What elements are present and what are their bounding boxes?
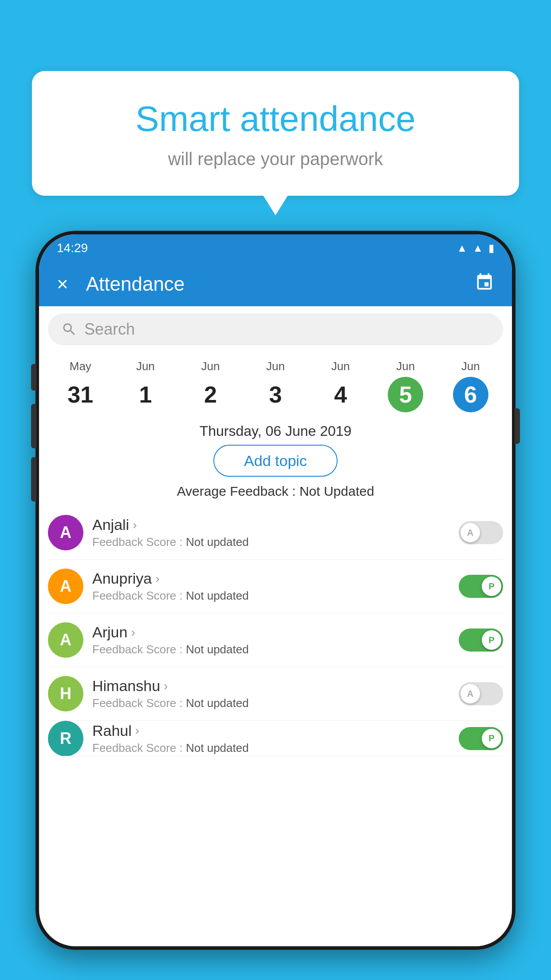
toggle-knob: P [482,729,501,748]
student-name[interactable]: Anjali › [92,516,450,533]
date-number[interactable]: 5 [388,377,423,412]
student-name[interactable]: Arjun › [92,624,450,641]
date-number[interactable]: 2 [193,377,228,412]
toggle-container[interactable]: P [459,575,503,598]
close-button[interactable]: × [57,274,68,294]
status-time: 14:29 [57,241,88,255]
signal-icon: ▲ [472,242,483,254]
chevron-right-icon: › [164,679,168,693]
volume-down-button [31,457,36,502]
date-col[interactable]: Jun5 [373,360,438,412]
avatar: A [48,622,83,658]
student-info: Anupriya ›Feedback Score : Not updated [92,570,450,603]
date-month: Jun [331,360,350,373]
attendance-toggle[interactable]: P [459,727,503,750]
date-month: Jun [201,360,220,373]
student-name[interactable]: Anupriya › [92,570,450,587]
student-row[interactable]: AAnupriya ›Feedback Score : Not updatedP [48,560,503,613]
search-input[interactable]: Search [84,320,135,339]
toggle-container[interactable]: A [459,521,503,544]
date-col[interactable]: Jun6 [438,360,503,412]
chevron-right-icon: › [155,572,159,586]
attendance-toggle[interactable]: P [459,575,503,598]
average-feedback: Average Feedback : Not Updated [39,484,512,499]
student-row[interactable]: HHimanshu ›Feedback Score : Not updatedA [48,667,503,721]
avatar: A [48,569,83,604]
selected-date: Thursday, 06 June 2019 [39,412,512,445]
date-number[interactable]: 6 [453,377,488,412]
chevron-right-icon: › [133,518,137,532]
date-number[interactable]: 3 [258,377,293,412]
status-bar: 14:29 ▲ ▲ ▮ [39,234,512,262]
avatar: R [48,721,83,756]
phone-wrapper: 14:29 ▲ ▲ ▮ × Attendance [35,231,516,980]
date-strip: May31Jun1Jun2Jun3Jun4Jun5Jun6 [39,352,512,412]
toggle-container[interactable]: P [459,628,503,652]
student-info: Arjun ›Feedback Score : Not updated [92,624,450,656]
toggle-knob: P [482,577,501,596]
attendance-toggle[interactable]: P [459,628,503,652]
toggle-container[interactable]: P [459,727,503,750]
date-number[interactable]: 4 [323,377,358,412]
student-feedback: Feedback Score : Not updated [92,741,450,755]
student-row[interactable]: RRahul ›Feedback Score : Not updatedP [48,721,503,756]
avg-feedback-value: Not Updated [299,484,374,498]
date-col[interactable]: Jun2 [178,360,243,412]
volume-up-button [31,404,36,448]
battery-icon: ▮ [488,242,494,254]
date-number[interactable]: 1 [128,377,163,412]
phone-screen: 14:29 ▲ ▲ ▮ × Attendance [39,234,512,946]
student-name[interactable]: Rahul › [92,722,450,739]
date-number[interactable]: 31 [63,377,98,412]
wifi-icon: ▲ [457,242,467,254]
student-info: Rahul ›Feedback Score : Not updated [92,722,450,755]
bubble-title: Smart attendance [67,98,484,140]
avatar: A [48,515,83,550]
top-bar: × Attendance [39,262,512,306]
date-col[interactable]: May31 [48,360,113,412]
add-topic-button[interactable]: Add topic [213,445,338,477]
attendance-toggle[interactable]: A [459,521,503,544]
chevron-right-icon: › [131,625,135,640]
student-row[interactable]: AAnjali ›Feedback Score : Not updatedA [48,506,503,560]
student-name[interactable]: Himanshu › [92,677,450,695]
student-feedback: Feedback Score : Not updated [92,643,450,656]
status-icons: ▲ ▲ ▮ [457,242,494,254]
date-month: Jun [461,360,480,373]
phone-frame: 14:29 ▲ ▲ ▮ × Attendance [35,231,516,950]
avatar: H [48,676,83,711]
bubble-subtitle: will replace your paperwork [67,149,484,169]
date-month: Jun [396,360,415,373]
student-feedback: Feedback Score : Not updated [92,696,450,710]
volume-silent-button [31,364,36,391]
student-row[interactable]: AArjun ›Feedback Score : Not updatedP [48,613,503,667]
date-month: Jun [266,360,285,373]
calendar-icon [475,273,494,292]
toggle-knob: P [482,630,501,650]
student-feedback: Feedback Score : Not updated [92,535,450,549]
date-col[interactable]: Jun3 [243,360,308,412]
student-list: AAnjali ›Feedback Score : Not updatedAAA… [39,506,512,756]
search-icon [61,321,77,337]
student-info: Anjali ›Feedback Score : Not updated [92,516,450,549]
toggle-knob: A [460,523,480,542]
avg-feedback-label: Average Feedback : [177,484,296,498]
chevron-right-icon: › [135,723,139,738]
screen-title: Attendance [86,273,475,295]
student-feedback: Feedback Score : Not updated [92,589,450,603]
toggle-container[interactable]: A [459,682,503,705]
date-month: May [70,360,91,373]
date-col[interactable]: Jun4 [308,360,373,412]
search-bar[interactable]: Search [48,313,503,345]
student-info: Himanshu ›Feedback Score : Not updated [92,677,450,710]
date-month: Jun [136,360,155,373]
calendar-button[interactable] [475,273,494,296]
attendance-toggle[interactable]: A [459,682,503,705]
toggle-knob: A [460,684,480,703]
power-button [515,408,520,444]
date-col[interactable]: Jun1 [113,360,178,412]
speech-bubble: Smart attendance will replace your paper… [32,71,519,196]
